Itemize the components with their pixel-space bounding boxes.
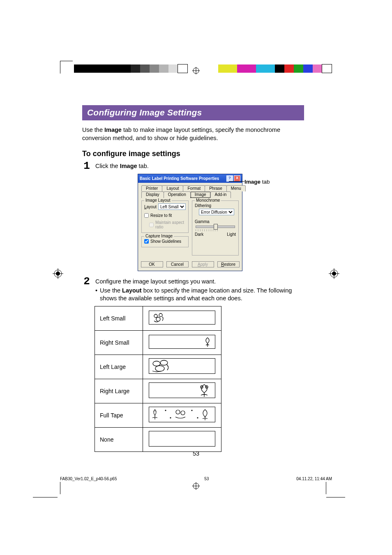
option-preview <box>143 403 221 427</box>
text: tab <box>261 179 270 185</box>
layout-select[interactable]: Left Small <box>158 203 186 210</box>
tab-layout[interactable]: Layout <box>162 185 183 191</box>
registration-mark-top <box>192 67 200 74</box>
svg-point-35 <box>191 410 192 411</box>
option-preview <box>143 427 221 451</box>
step-number: 1 <box>82 161 91 171</box>
svg-rect-18 <box>149 335 215 348</box>
resize-checkbox[interactable] <box>144 213 149 218</box>
option-name: Left Large <box>95 355 143 379</box>
crop-mark <box>39 482 60 494</box>
cancel-button[interactable]: Cancel <box>166 261 189 267</box>
tab-display[interactable]: Display <box>141 191 164 198</box>
maintain-aspect-checkbox <box>149 223 154 227</box>
tab-image[interactable]: Image <box>190 191 211 198</box>
gamma-slider[interactable]: | | | | | | | | | | | Dark Light <box>195 226 236 237</box>
gamma-dark-label: Dark <box>195 232 203 237</box>
registration-mark-left <box>53 268 63 279</box>
option-name: None <box>95 427 143 451</box>
step-bullet: • Use the Layout box to specify the imag… <box>95 287 304 303</box>
layout-label: Layout <box>144 205 157 209</box>
text-bold: Image <box>244 179 261 185</box>
bullet-text: Use the Layout box to specify the image … <box>100 287 304 303</box>
group-capture-image: Capture Image Show Guidelines <box>141 236 189 247</box>
option-preview <box>143 306 221 330</box>
tab-phrase[interactable]: Phrase <box>205 185 227 191</box>
page-number: 53 <box>0 450 392 457</box>
dialog-titlebar: Basic Label Printing Software Properties… <box>138 174 242 183</box>
text-bold: Image <box>104 127 122 133</box>
group-legend: Capture Image <box>144 234 174 238</box>
option-name: Right Small <box>95 330 143 355</box>
group-legend: Monochrome <box>195 198 221 203</box>
tab-row-1: Printer Layout Format Phrase Menu <box>141 185 239 191</box>
step-body: Click the Image tab. <box>95 161 304 170</box>
right-color-bar <box>218 64 332 73</box>
dithering-select[interactable]: Error Diffusion <box>199 209 234 215</box>
tab-row-2: Display Operation Image Add-in <box>141 191 239 198</box>
resize-label: Resize to fit <box>150 213 172 218</box>
dialog-button-row: OK Cancel Apply Restore <box>138 259 242 271</box>
table-row: Right Large <box>95 379 221 403</box>
properties-dialog: Basic Label Printing Software Properties… <box>138 174 242 271</box>
group-legend: Image Layout <box>144 198 172 203</box>
step-number: 2 <box>82 276 91 287</box>
show-guidelines-checkbox[interactable] <box>144 239 149 244</box>
imposition-footer: FAB30_Ver1.02_E_p40-56.p65 53 04.11.22, … <box>60 477 332 481</box>
option-preview <box>143 330 221 355</box>
left-color-bar <box>74 64 187 73</box>
dialog-figure: Image tab Basic Label Printing Software … <box>138 174 242 271</box>
tab-addin[interactable]: Add-in <box>210 191 231 198</box>
option-name: Left Small <box>95 306 143 330</box>
text-bold: Image <box>120 163 137 169</box>
callout-leader-line <box>229 181 244 182</box>
option-name: Right Large <box>95 379 143 403</box>
dithering-label: Dithering <box>195 203 236 208</box>
layout-options-table: Left Small Right Small Left Large Right … <box>95 306 221 452</box>
tab-printer[interactable]: Printer <box>141 185 162 191</box>
option-preview <box>143 355 221 379</box>
maintain-aspect-label: Maintain aspect ratio <box>155 220 186 229</box>
svg-point-34 <box>170 417 171 418</box>
page-content: Configuring Image Settings Use the Image… <box>82 105 304 452</box>
footer-page: 53 <box>204 477 209 481</box>
step-line: Configure the image layout settings you … <box>95 278 304 286</box>
tab-format[interactable]: Format <box>183 185 205 191</box>
tab-operation[interactable]: Operation <box>164 191 191 198</box>
table-row: Right Small <box>95 330 221 355</box>
footer-timestamp: 04.11.22, 11:44 AM <box>296 477 332 481</box>
text: tab. <box>137 163 149 169</box>
step-2: 2 Configure the image layout settings yo… <box>82 276 304 303</box>
ok-button[interactable]: OK <box>141 261 163 267</box>
gamma-label: Gamma <box>195 219 236 224</box>
step-body: Configure the image layout settings you … <box>95 276 304 303</box>
crop-mark <box>326 482 339 494</box>
close-button[interactable]: X <box>234 175 240 182</box>
option-name: Full Tape <box>95 403 143 427</box>
show-guidelines-label: Show Guidelines <box>150 239 181 244</box>
gamma-light-label: Light <box>227 232 236 237</box>
group-monochrome: Monochrome Dithering Error Diffusion Gam… <box>192 200 239 256</box>
table-row: None <box>95 427 221 451</box>
crop-mark <box>33 497 58 497</box>
restore-button[interactable]: Restore <box>217 261 240 267</box>
svg-point-33 <box>165 410 166 411</box>
text: Click the <box>95 163 120 169</box>
crop-mark <box>326 497 345 497</box>
section-heading: Configuring Image Settings <box>82 105 304 120</box>
table-row: Full Tape <box>95 403 221 427</box>
registration-mark-right <box>329 268 339 279</box>
group-image-layout: Image Layout Layout Left Small Resize to… <box>141 200 189 233</box>
table-row: Left Small <box>95 306 221 330</box>
dialog-body: Printer Layout Format Phrase Menu Displa… <box>138 183 242 259</box>
svg-rect-37 <box>149 431 215 446</box>
dialog-title: Basic Label Printing Software Properties <box>140 176 219 181</box>
tab-menu[interactable]: Menu <box>226 185 246 191</box>
apply-button: Apply <box>192 261 214 267</box>
crop-mark <box>60 61 73 74</box>
help-button[interactable]: ? <box>226 175 233 182</box>
table-row: Left Large <box>95 355 221 379</box>
step-1: 1 Click the Image tab. <box>82 161 304 171</box>
option-preview <box>143 379 221 403</box>
bullet-dot: • <box>95 287 97 303</box>
